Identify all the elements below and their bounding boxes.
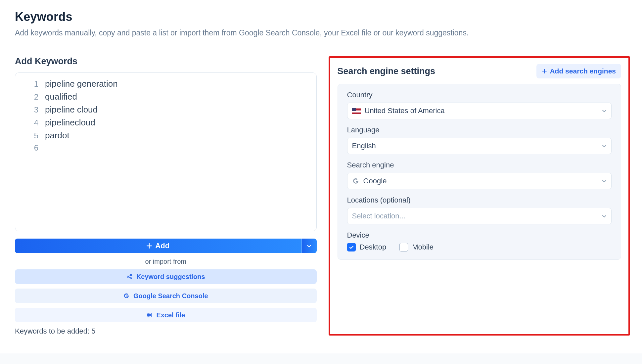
checkbox-label: Desktop [360,243,387,251]
list-item: 5 pardot [23,130,309,141]
excel-file-button[interactable]: Excel file [15,308,317,322]
page-subtitle: Add keywords manually, copy and paste a … [15,28,627,37]
list-item: 6 [23,143,309,153]
chevron-down-icon [602,214,607,218]
share-icon [126,274,132,280]
select-value: United States of America [365,107,445,115]
button-label: Google Search Console [133,292,208,300]
field-label: Language [347,126,612,134]
device-checkbox-row: Desktop Mobile [347,243,612,251]
row-text[interactable]: pipeline generation [45,79,309,89]
add-button-group: Add [15,239,317,253]
search-engine-field: Search engine Google [347,161,612,189]
plus-icon [542,68,547,74]
chevron-down-icon [602,179,607,183]
plus-icon [147,243,152,249]
settings-header-row: Search engine settings Add search engine… [338,64,621,78]
search-engine-settings-section: Search engine settings Add search engine… [329,56,630,336]
select-placeholder: Select location... [352,212,405,220]
language-select[interactable]: English [347,138,612,154]
svg-rect-8 [352,113,361,113]
keyword-suggestions-button[interactable]: Keyword suggestions [15,269,317,284]
checkbox-box [399,243,408,251]
row-text[interactable]: pipeline cloud [45,105,309,115]
check-icon [349,245,354,250]
row-number: 5 [23,131,38,140]
device-field: Device Desktop Mobile [347,231,612,251]
svg-rect-3 [147,313,152,317]
svg-point-0 [127,276,128,277]
google-search-console-button[interactable]: Google Search Console [15,289,317,303]
chevron-down-icon [307,244,311,248]
row-number: 3 [23,105,38,114]
keywords-input-box[interactable]: 1 pipeline generation 2 qualified 3 pipe… [15,72,317,231]
svg-point-2 [130,278,131,279]
row-text[interactable]: pipelinecloud [45,117,309,128]
row-number: 1 [23,79,38,89]
language-field: Language English [347,126,612,154]
locations-select[interactable]: Select location... [347,208,612,224]
add-button[interactable]: Add [15,239,301,253]
add-keywords-title: Add Keywords [15,56,317,67]
field-label: Country [347,91,612,99]
list-item: 3 pipeline cloud [23,105,309,115]
keywords-count: Keywords to be added: 5 [15,327,317,336]
locations-field: Locations (optional) Select location... [347,196,612,224]
list-item: 1 pipeline generation [23,79,309,89]
row-number: 2 [23,92,38,102]
row-text[interactable]: qualified [45,92,309,102]
settings-panel: Country United States of America Languag… [338,84,621,260]
content-grid: Add Keywords 1 pipeline generation 2 qua… [0,45,642,336]
button-label: Add search engines [550,67,616,75]
desktop-checkbox[interactable]: Desktop [347,243,387,251]
settings-title: Search engine settings [338,66,436,76]
chevron-down-icon [602,109,607,113]
search-engine-select[interactable]: Google [347,173,612,189]
page: Keywords Add keywords manually, copy and… [0,0,642,353]
row-number: 6 [23,143,38,153]
select-value: Google [363,177,387,185]
field-label: Device [347,231,612,240]
select-value: English [352,142,376,150]
button-label: Excel file [156,311,185,319]
add-controls: Add or import from Keyword suggestions [15,239,317,336]
row-number: 4 [23,118,38,127]
country-field: Country United States of America [347,91,612,119]
mobile-checkbox[interactable]: Mobile [399,243,434,251]
field-label: Locations (optional) [347,196,612,205]
google-g-icon [123,293,129,299]
country-select[interactable]: United States of America [347,103,612,119]
add-button-caret[interactable] [301,239,317,253]
list-item: 2 qualified [23,92,309,102]
row-text[interactable]: pardot [45,130,309,141]
checkbox-box [347,243,356,251]
page-title: Keywords [15,10,627,24]
add-search-engines-button[interactable]: Add search engines [536,64,621,78]
svg-point-1 [130,274,131,276]
button-label: Keyword suggestions [136,273,205,281]
import-separator: or import from [15,258,317,265]
us-flag-icon [352,108,361,114]
chevron-down-icon [602,144,607,148]
add-button-label: Add [155,242,169,250]
svg-rect-9 [352,108,356,111]
page-header: Keywords Add keywords manually, copy and… [0,10,642,45]
list-item: 4 pipelinecloud [23,117,309,128]
spreadsheet-icon [146,312,152,318]
add-keywords-section: Add Keywords 1 pipeline generation 2 qua… [15,56,317,336]
svg-rect-7 [352,111,361,112]
checkbox-label: Mobile [412,243,434,251]
keywords-list: 1 pipeline generation 2 qualified 3 pipe… [23,79,309,153]
field-label: Search engine [347,161,612,169]
google-g-icon [352,177,359,185]
